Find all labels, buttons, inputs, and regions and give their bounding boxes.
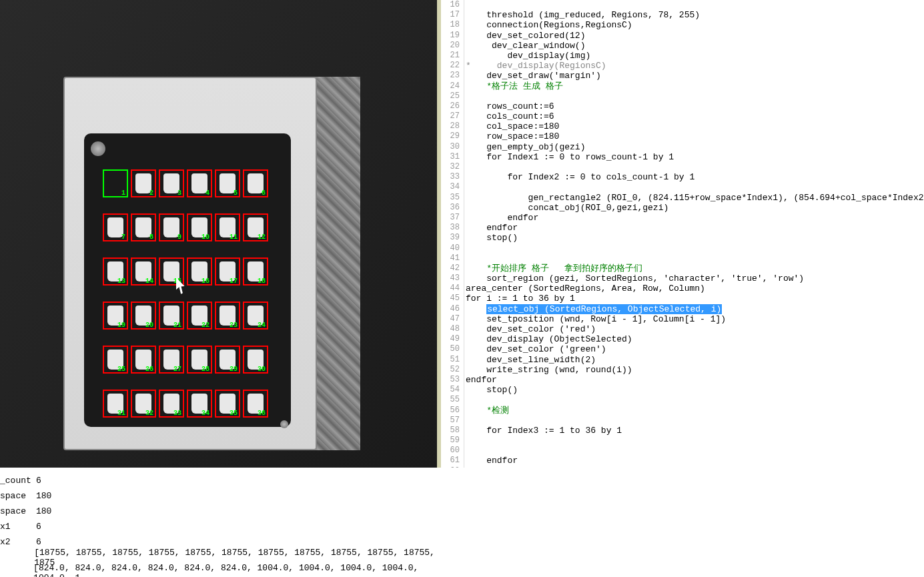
cell-label: 14 — [145, 277, 153, 285]
grid-cell: 6 — [243, 169, 268, 197]
metal-texture — [314, 77, 360, 450]
line-number: 61 — [439, 456, 464, 466]
screw-icon — [91, 141, 105, 156]
variable-row[interactable]: _count6 — [0, 473, 439, 488]
code-line[interactable]: endfor — [466, 223, 924, 233]
grid-cell: 13 — [103, 257, 128, 285]
code-line[interactable]: write_string (wnd, round(i)) — [466, 365, 924, 375]
code-line[interactable]: col_space:=180 — [466, 121, 924, 131]
code-line[interactable]: *格子法 生成 格子 — [466, 81, 924, 91]
code-line[interactable]: set_tposition (wnd, Row[i - 1], Column[i… — [466, 314, 924, 324]
code-line[interactable] — [466, 91, 924, 101]
variable-name: _count — [0, 476, 36, 486]
grid-cell: 30 — [243, 346, 268, 374]
variable-row[interactable]: space180 — [0, 504, 439, 519]
code-line[interactable]: endfor — [466, 456, 924, 466]
code-line[interactable]: connection(Regions,RegionsC) — [466, 20, 924, 30]
code-line[interactable]: area_center (SortedRegions, Area, Row, C… — [466, 283, 924, 294]
cell-label: 27 — [173, 366, 181, 373]
variable-name: x2 — [0, 537, 36, 547]
code-line[interactable] — [466, 436, 924, 446]
code-line[interactable]: dev_set_line_width(2) — [466, 355, 924, 365]
code-line[interactable] — [466, 395, 924, 405]
code-line[interactable]: dev_set_color ('green') — [466, 344, 924, 354]
code-line[interactable] — [466, 0, 924, 10]
code-line[interactable]: concat_obj(ROI_0,gezi,gezi) — [466, 203, 924, 213]
code-line[interactable]: endfor — [466, 375, 924, 385]
line-number: 24 — [439, 81, 464, 91]
line-number: 25 — [439, 91, 464, 101]
cell-label: 23 — [229, 322, 238, 329]
code-line[interactable] — [466, 446, 924, 456]
cell-label: 22 — [201, 322, 209, 329]
line-number: 17 — [439, 10, 464, 20]
cell-label: 33 — [173, 410, 181, 417]
cell-label: 4 — [205, 189, 209, 197]
cell-label: 21 — [173, 322, 181, 329]
splitter-handle[interactable] — [437, 0, 441, 468]
line-number: 20 — [439, 41, 464, 51]
line-number: 51 — [439, 355, 464, 365]
code-line[interactable]: * dev_display(RegionsC) — [466, 61, 924, 71]
cell-label: 2 — [149, 189, 153, 197]
code-line[interactable]: *开始排序 格子 拿到拍好序的格子们 — [466, 263, 924, 273]
code-line[interactable]: for i := 1 to 36 by 1 — [466, 294, 924, 304]
code-line[interactable]: select_obj (SortedRegions, ObjectSelecte… — [466, 304, 924, 314]
variable-row[interactable]: x16 — [0, 519, 439, 534]
grid-cell: 12 — [243, 213, 268, 241]
line-number: 34 — [439, 182, 464, 192]
line-number: 60 — [439, 446, 464, 456]
code-line[interactable]: cols_count:=6 — [466, 111, 924, 121]
code-line[interactable]: dev_set_draw('margin') — [466, 71, 924, 81]
variable-row[interactable]: [824.0, 824.0, 824.0, 824.0, 824.0, 824.… — [0, 565, 439, 577]
code-line[interactable]: endfor — [466, 213, 924, 223]
variable-name: x1 — [0, 522, 36, 532]
code-line[interactable] — [466, 182, 924, 192]
cell-label: 5 — [234, 189, 238, 197]
line-number: 32 — [439, 162, 464, 172]
code-line[interactable]: dev_clear_window() — [466, 41, 924, 51]
line-number: 21 — [439, 51, 464, 61]
grid-cell: 20 — [131, 302, 156, 330]
cell-label: 31 — [117, 410, 125, 417]
variable-panel[interactable]: _count6space180space180x16x26[18755, 187… — [0, 468, 439, 577]
code-line[interactable]: dev_display(img) — [466, 51, 924, 61]
code-line[interactable] — [466, 466, 924, 468]
grid-cell: 28 — [187, 346, 212, 374]
code-line[interactable]: stop() — [466, 385, 924, 395]
code-line[interactable]: sort_region (gezi, SortedRegions, 'chara… — [466, 273, 924, 283]
line-number: 31 — [439, 152, 464, 162]
code-line[interactable]: for Index1 := 0 to rows_count-1 by 1 — [466, 152, 924, 162]
code-line[interactable]: stop() — [466, 233, 924, 243]
code-line[interactable]: dev_set_colored(12) — [466, 31, 924, 41]
screw-icon — [280, 420, 288, 428]
code-line[interactable] — [466, 416, 924, 426]
code-line[interactable]: for Index3 := 1 to 36 by 1 — [466, 426, 924, 436]
line-number: 50 — [439, 344, 464, 354]
code-line[interactable]: dev_set_color ('red') — [466, 324, 924, 334]
code-line[interactable]: dev_display (ObjectSelected) — [466, 334, 924, 344]
line-number: 43 — [439, 273, 464, 283]
graphics-window[interactable]: 1234567891011121314151617181920212223242… — [0, 0, 439, 468]
grid-cell: 8 — [131, 213, 156, 241]
code-line[interactable]: threshold (img_reduced, Regions, 78, 255… — [466, 10, 924, 20]
line-number: 62 — [439, 466, 464, 468]
graphics-canvas: 1234567891011121314151617181920212223242… — [0, 0, 439, 468]
code-line[interactable] — [466, 162, 924, 172]
code-line[interactable]: for Index2 := 0 to cols_count-1 by 1 — [466, 172, 924, 182]
code-line[interactable]: *检测 — [466, 406, 924, 416]
code-line[interactable]: row_space:=180 — [466, 131, 924, 141]
grid-cell: 34 — [187, 390, 212, 418]
code-line[interactable]: rows_count:=6 — [466, 101, 924, 111]
code-line[interactable]: gen_empty_obj(gezi) — [466, 142, 924, 152]
code-line[interactable]: gen_rectangle2 (ROI_0, (824.115+row_spac… — [466, 193, 924, 203]
code-line[interactable] — [466, 253, 924, 263]
grid-cell: 22 — [187, 302, 212, 330]
line-number: 40 — [439, 243, 464, 253]
grid-cell: 26 — [131, 346, 156, 374]
variable-row[interactable]: space180 — [0, 488, 439, 504]
cell-label: 29 — [229, 366, 238, 373]
code-area[interactable]: threshold (img_reduced, Regions, 78, 255… — [464, 0, 924, 468]
code-editor[interactable]: 1617181920212223242526272829303132333435… — [439, 0, 924, 468]
code-line[interactable] — [466, 243, 924, 253]
